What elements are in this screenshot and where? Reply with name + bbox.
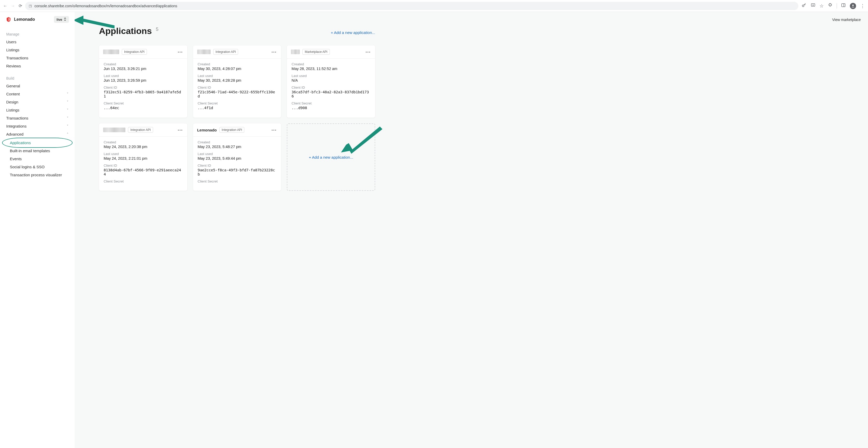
label-client-secret: Client Secret bbox=[198, 101, 277, 105]
card-menu-icon[interactable]: ⋯ bbox=[271, 51, 277, 53]
sidebar-subitem-process-visualizer[interactable]: Transaction process visualizer bbox=[0, 171, 74, 179]
extensions-icon[interactable] bbox=[828, 3, 833, 9]
env-label: live bbox=[57, 18, 62, 22]
sidebar-item-design[interactable]: Design˅ bbox=[0, 98, 74, 106]
value-client-id: 36ca57df-bfc3-48a2-82a3-837db1bd1736 bbox=[291, 90, 371, 98]
application-card: Integration API ⋯ CreatedJun 13, 2023, 3… bbox=[99, 46, 187, 118]
sidebar-subitem-social-logins[interactable]: Social logins & SSO bbox=[0, 163, 74, 171]
sidebar-header: Lemonado live bbox=[0, 12, 74, 27]
sidebar-item-general[interactable]: General bbox=[0, 82, 74, 90]
card-head: Integration API ⋯ bbox=[193, 46, 281, 59]
value-client-id: f21c3546-71ad-445e-9222-655bffc130ed bbox=[198, 90, 277, 98]
annotation-arrow-add bbox=[341, 126, 382, 155]
label-client-secret: Client Secret bbox=[291, 101, 371, 105]
sidebar-item-transactions-build[interactable]: Transactions˅ bbox=[0, 114, 74, 122]
sidebar-subitem-email-templates[interactable]: Built-in email templates bbox=[0, 147, 74, 155]
label-client-secret: Client Secret bbox=[198, 179, 277, 183]
label-client-id: Client ID bbox=[198, 163, 277, 168]
sidebar-item-transactions[interactable]: Transactions bbox=[0, 54, 74, 62]
label-last-used: Last used bbox=[291, 74, 371, 78]
label-last-used: Last used bbox=[104, 152, 183, 156]
url-text: console.sharetribe.com/o/lemonadosandbox… bbox=[34, 4, 177, 8]
api-tag: Integration API bbox=[219, 127, 245, 133]
main: View marketplace Applications 5 + Add a … bbox=[74, 12, 868, 448]
add-application-link-card[interactable]: + Add a new application... bbox=[309, 155, 353, 159]
sidebar-item-listings[interactable]: Listings bbox=[0, 46, 74, 54]
brand-logo-icon bbox=[6, 17, 11, 22]
card-body: CreatedMay 28, 2023, 11:52:52 am Last us… bbox=[287, 59, 375, 118]
label-client-secret: Client Secret bbox=[104, 101, 183, 105]
view-marketplace-link[interactable]: View marketplace bbox=[832, 18, 861, 22]
sidebar-item-advanced[interactable]: Advanced˄ bbox=[0, 130, 74, 138]
label-created: Created bbox=[104, 62, 183, 66]
api-tag: Marketplace API bbox=[302, 49, 330, 55]
chevron-down-icon: ˅ bbox=[67, 116, 68, 120]
value-last-used: May 30, 2023, 4:28:28 pm bbox=[198, 78, 277, 83]
value-created: May 23, 2023, 5:48:27 pm bbox=[198, 145, 277, 149]
label-client-id: Client ID bbox=[198, 86, 277, 89]
card-body: CreatedMay 23, 2023, 5:48:27 pm Last use… bbox=[193, 137, 281, 188]
card-head: Lemonado Integration API ⋯ bbox=[193, 123, 281, 137]
application-card: Lemonado Integration API ⋯ CreatedMay 23… bbox=[193, 123, 281, 191]
application-card: Integration API ⋯ CreatedMay 24, 2023, 2… bbox=[99, 123, 187, 191]
url-bar[interactable]: ◳ console.sharetribe.com/o/lemonadosandb… bbox=[25, 2, 798, 10]
site-settings-icon[interactable]: ◳ bbox=[29, 4, 32, 8]
label-client-id: Client ID bbox=[104, 86, 183, 89]
card-body: CreatedMay 24, 2023, 2:20:38 pm Last use… bbox=[99, 137, 187, 188]
sidebar-item-integrations[interactable]: Integrations˅ bbox=[0, 122, 74, 130]
page-head: Applications 5 + Add a new application..… bbox=[99, 26, 375, 36]
sidepanel-icon[interactable] bbox=[841, 3, 846, 9]
svg-marker-7 bbox=[341, 145, 352, 152]
card-menu-icon[interactable]: ⋯ bbox=[365, 51, 371, 53]
sidebar-item-reviews[interactable]: Reviews bbox=[0, 62, 74, 70]
svg-marker-6 bbox=[346, 126, 382, 154]
label-created: Created bbox=[104, 140, 183, 144]
card-menu-icon[interactable]: ⋯ bbox=[178, 51, 183, 53]
svg-point-4 bbox=[852, 4, 854, 6]
advanced-subgroup: Applications Built-in email templates Ev… bbox=[0, 138, 74, 179]
reload-icon[interactable]: ⟳ bbox=[19, 3, 22, 8]
value-client-secret: ...64ec bbox=[104, 106, 183, 110]
page-title: Applications 5 bbox=[99, 26, 159, 36]
nav-group-build: Build General Content˅ Design˅ Listings˅… bbox=[0, 71, 74, 180]
page-count: 5 bbox=[156, 27, 158, 32]
forward-icon[interactable]: → bbox=[11, 4, 15, 8]
browser-bar: ← → ⟳ ◳ console.sharetribe.com/o/lemonad… bbox=[0, 0, 868, 12]
add-application-link[interactable]: + Add a new application... bbox=[331, 30, 375, 35]
label-client-secret: Client Secret bbox=[104, 179, 183, 183]
sidebar-item-listings-build[interactable]: Listings˅ bbox=[0, 106, 74, 114]
star-icon[interactable]: ☆ bbox=[819, 3, 824, 9]
label-client-id: Client ID bbox=[291, 86, 371, 89]
back-icon[interactable]: ← bbox=[3, 4, 7, 8]
kebab-menu-icon[interactable]: ⋮ bbox=[860, 3, 865, 9]
key-icon[interactable] bbox=[801, 3, 807, 9]
chevron-updown-icon bbox=[64, 18, 66, 22]
browser-actions: ☆ ⋮ bbox=[801, 3, 865, 9]
card-menu-icon[interactable]: ⋯ bbox=[178, 129, 183, 131]
install-icon[interactable] bbox=[811, 3, 815, 9]
nav-group-manage: Manage Users Listings Transactions Revie… bbox=[0, 27, 74, 71]
profile-avatar[interactable] bbox=[850, 3, 856, 9]
card-body: CreatedJun 13, 2023, 3:26:21 pm Last use… bbox=[99, 59, 187, 118]
card-body: CreatedMay 30, 2023, 4:28:07 pm Last use… bbox=[193, 59, 281, 118]
value-created: May 28, 2023, 11:52:52 am bbox=[291, 67, 371, 71]
chevron-down-icon: ˅ bbox=[67, 92, 68, 96]
sidebar-subitem-applications[interactable]: Applications bbox=[0, 139, 74, 147]
app-name-blurred bbox=[291, 50, 300, 54]
label-last-used: Last used bbox=[104, 74, 183, 78]
label-created: Created bbox=[198, 140, 277, 144]
card-menu-icon[interactable]: ⋯ bbox=[271, 129, 277, 131]
add-application-card[interactable]: + Add a new application... bbox=[287, 123, 375, 191]
sidebar-item-content[interactable]: Content˅ bbox=[0, 90, 74, 98]
nav-group-title: Manage bbox=[0, 30, 74, 38]
sidebar-subitem-events[interactable]: Events bbox=[0, 155, 74, 163]
value-client-id: f312ec51-8259-4fb3-b865-9a4187afe5d1 bbox=[104, 90, 183, 98]
value-last-used: May 23, 2023, 5:49:44 pm bbox=[198, 156, 277, 160]
env-selector[interactable]: live bbox=[54, 16, 69, 23]
value-last-used: Jun 13, 2023, 3:26:59 pm bbox=[104, 78, 183, 83]
brand[interactable]: Lemonado bbox=[6, 17, 35, 22]
sidebar: Lemonado live Manage Users Listings Tran… bbox=[0, 12, 74, 448]
sidebar-item-users[interactable]: Users bbox=[0, 38, 74, 46]
app-name: Lemonado bbox=[197, 128, 217, 132]
divider bbox=[837, 3, 837, 8]
